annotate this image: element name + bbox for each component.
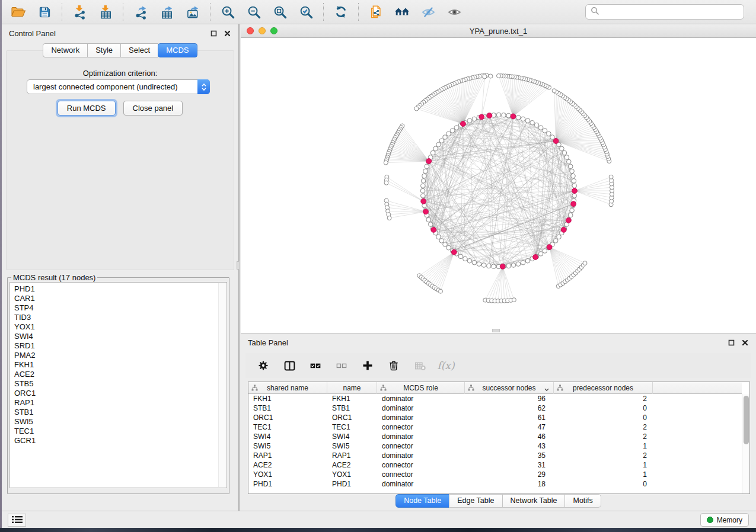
mcds-result-item[interactable]: SWI4 — [14, 332, 227, 341]
save-button[interactable] — [34, 2, 55, 22]
tab-node-table[interactable]: Node Table — [395, 494, 449, 508]
open-file-button[interactable] — [8, 2, 29, 22]
cell-MCDS-role: connector — [377, 470, 465, 479]
run-mcds-button[interactable]: Run MCDS — [58, 101, 116, 116]
column-header-MCDS-role[interactable]: MCDS role — [377, 382, 465, 394]
mcds-result-item[interactable]: TEC1 — [14, 427, 227, 436]
mcds-result-item[interactable]: FKH1 — [14, 360, 227, 370]
mcds-result-list[interactable]: PHD1CAR1STP4TID3YOX1SWI4SRD1PMA2FKH1ACE2… — [9, 282, 227, 488]
tab-network[interactable]: Network — [43, 43, 88, 57]
close-table-panel-button[interactable] — [741, 338, 749, 347]
mcds-result-item[interactable]: SWI5 — [14, 417, 227, 427]
table-scrollbar[interactable] — [742, 394, 749, 493]
shared-column-icon — [468, 384, 474, 393]
import-table-button[interactable] — [95, 2, 116, 22]
delete-table-button[interactable] — [412, 357, 428, 374]
mcds-result-item[interactable]: SRD1 — [14, 341, 227, 351]
table-row[interactable]: TEC1TEC1connector472 — [248, 422, 742, 432]
table-row[interactable]: PHD1PHD1dominator180 — [248, 479, 742, 489]
mcds-result-item[interactable]: STP4 — [14, 303, 227, 313]
columns-icon — [283, 360, 296, 372]
network-canvas[interactable] — [241, 38, 756, 333]
mcds-result-item[interactable]: CAR1 — [14, 294, 227, 303]
table-scrollbar-thumb[interactable] — [744, 396, 749, 444]
show-all-button[interactable] — [444, 2, 465, 22]
float-table-panel-button[interactable] — [727, 338, 735, 347]
refresh-button[interactable] — [330, 2, 352, 22]
close-panel-button[interactable] — [223, 29, 231, 37]
select-all-button[interactable] — [307, 357, 324, 374]
table-row[interactable]: ORC1ORC1dominator610 — [248, 413, 742, 422]
column-header-shared-name[interactable]: shared name — [248, 382, 327, 394]
mcds-result-item[interactable]: GCR1 — [14, 436, 227, 446]
cell-name: ACE2 — [327, 460, 377, 470]
zoom-selected-button[interactable] — [295, 2, 317, 22]
mcds-result-item[interactable]: ORC1 — [14, 389, 227, 398]
import-network-button[interactable] — [69, 2, 90, 22]
table-row[interactable]: ACE2ACE2connector311 — [248, 460, 742, 470]
mcds-panel: Optimization criterion: largest connecte… — [6, 50, 234, 270]
optimization-criterion-select[interactable]: largest connected component (undirected) — [27, 79, 210, 94]
first-neighbors-button[interactable] — [391, 2, 413, 22]
vertical-splitter-grip[interactable] — [237, 261, 240, 270]
table-row[interactable]: FKH1FKH1dominator962 — [248, 394, 742, 403]
mcds-result-item[interactable]: ACE2 — [14, 370, 227, 379]
column-header-name[interactable]: name — [327, 382, 377, 394]
network-share-icon — [369, 5, 383, 19]
export-image-button[interactable] — [182, 2, 203, 22]
cell-shared-name: SWI5 — [248, 441, 327, 451]
mcds-result-item[interactable]: STB5 — [14, 379, 227, 389]
zoom-out-button[interactable] — [243, 2, 264, 22]
column-label: name — [343, 384, 361, 392]
mcds-result-item[interactable]: RAP1 — [14, 398, 227, 408]
select-stepper-icon — [197, 79, 210, 94]
add-button[interactable] — [359, 357, 376, 374]
toolbar-group — [365, 2, 465, 22]
table-row[interactable]: YOX1YOX1connector291 — [248, 470, 742, 479]
tab-style[interactable]: Style — [87, 43, 121, 57]
settings-button[interactable] — [255, 357, 272, 374]
tab-select[interactable]: Select — [120, 43, 158, 57]
mcds-result-item[interactable]: PHD1 — [14, 284, 227, 294]
export-table-button[interactable] — [156, 2, 177, 22]
table-row[interactable]: STB1STB1dominator620 — [248, 403, 742, 413]
cell-predecessor-nodes: 2 — [554, 432, 653, 441]
hide-selected-button[interactable] — [417, 2, 439, 22]
function-button[interactable]: f(x) — [438, 357, 454, 374]
tab-motifs[interactable]: Motifs — [564, 494, 601, 508]
table-row[interactable]: RAP1RAP1dominator352 — [248, 451, 742, 460]
mcds-result-item[interactable]: PMA2 — [14, 351, 227, 360]
delete-button[interactable] — [385, 357, 402, 374]
panel-list-button[interactable] — [8, 514, 26, 527]
tab-edge-table[interactable]: Edge Table — [449, 494, 502, 508]
mcds-result-item[interactable]: TID3 — [14, 313, 227, 322]
mcds-result-scrollbar[interactable] — [218, 283, 226, 487]
mcds-result-item[interactable]: YOX1 — [14, 322, 227, 332]
cell-predecessor-nodes: 2 — [554, 451, 653, 460]
list-icon — [12, 515, 23, 525]
columns-button[interactable] — [281, 357, 298, 374]
memory-button[interactable]: Memory — [700, 513, 749, 527]
network-window-titlebar[interactable]: YPA_prune.txt_1 — [241, 24, 756, 38]
search-input[interactable] — [602, 6, 744, 18]
zoom-in-button[interactable] — [217, 2, 238, 22]
deselect-all-button[interactable] — [333, 357, 350, 374]
mcds-result-item[interactable]: STB1 — [14, 408, 227, 417]
import-table-icon — [98, 5, 113, 20]
toolbar-group — [69, 2, 116, 22]
table-row[interactable]: SWI5SWI5connector431 — [248, 441, 742, 451]
float-panel-button[interactable] — [209, 29, 218, 37]
search-icon — [591, 7, 599, 17]
tab-mcds[interactable]: MCDS — [158, 43, 197, 57]
desktop-wallpaper-strip — [0, 528, 756, 532]
tab-network-table[interactable]: Network Table — [502, 494, 566, 508]
column-header-predecessor-nodes[interactable]: predecessor nodes — [554, 382, 653, 394]
column-header-successor-nodes[interactable]: successor nodes — [465, 382, 554, 394]
network-share-button[interactable] — [365, 2, 387, 22]
column-label: shared name — [267, 384, 308, 392]
close-mcds-panel-button[interactable]: Close panel — [123, 101, 183, 116]
export-network-button[interactable] — [130, 2, 151, 22]
horizontal-splitter-grip[interactable] — [492, 329, 500, 332]
table-row[interactable]: SWI4SWI4dominator462 — [248, 432, 742, 441]
zoom-fit-button[interactable] — [269, 2, 291, 22]
